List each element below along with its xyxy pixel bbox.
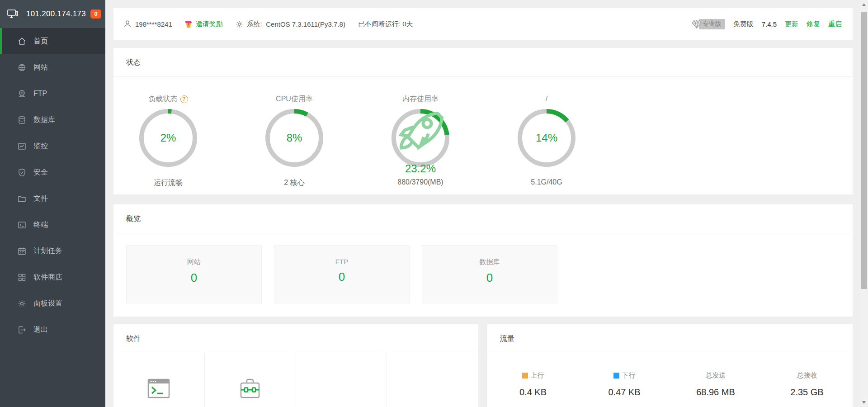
gauge-value: 23.2% <box>405 162 436 175</box>
traffic-value: 2.35 GB <box>790 387 823 398</box>
traffic-total-received: 总接收 2.35 GB <box>761 371 853 398</box>
server-header[interactable]: 101.200.174.173 0 <box>0 0 105 28</box>
software-slot-terminal[interactable] <box>113 353 205 407</box>
terminal-app-icon <box>147 377 170 401</box>
cpu-donut-chart[interactable]: 8% <box>265 109 324 167</box>
sidebar-item-label: FTP <box>33 90 47 98</box>
gift-icon <box>185 20 192 28</box>
traffic-label: 总发送 <box>706 371 726 380</box>
software-slot-empty-2[interactable] <box>387 353 478 407</box>
gauge-value: 14% <box>536 132 557 144</box>
gauge-value: 8% <box>287 132 302 144</box>
sidebar-item-label: 网站 <box>33 63 48 72</box>
invite-reward[interactable]: 邀请奖励 <box>185 20 223 28</box>
traffic-value: 68.96 MB <box>696 387 735 398</box>
topbar: 198****8241 邀请奖励 系统: CentOS 7.3.1611(Py3… <box>113 8 853 40</box>
sidebar-item-ftp[interactable]: FTP <box>0 80 105 107</box>
software-panel: 软件 <box>113 324 478 407</box>
pro-edition[interactable]: 专业版 <box>692 19 725 29</box>
traffic-label: 总接收 <box>797 371 817 380</box>
system-info: 系统: CentOS 7.3.1611(Py3.7.8) <box>236 20 345 28</box>
up-legend-swatch <box>522 373 528 379</box>
sidebar-item-security[interactable]: 安全 <box>0 159 105 185</box>
down-legend-swatch <box>613 373 619 379</box>
scroll-up-arrow-icon[interactable] <box>862 3 866 6</box>
gauge-sub: 运行流畅 <box>154 178 183 188</box>
repair-button[interactable]: 修复 <box>807 20 820 28</box>
sidebar-item-label: 软件商店 <box>33 273 62 282</box>
gauge-load: 负载状态 ? 2% 运行流畅 <box>113 77 223 188</box>
sidebar-item-database[interactable]: 数据库 <box>0 107 105 133</box>
traffic-up: 上行 0.4 KB <box>487 371 579 398</box>
system-value: CentOS 7.3.1611(Py3.7.8) <box>266 20 345 28</box>
gauge-cpu: CPU使用率 8% 2 核心 <box>240 77 349 188</box>
system-gear-icon <box>236 20 243 28</box>
overview-card-website[interactable]: 网站 0 <box>126 245 262 303</box>
card-label: 网站 <box>127 258 261 266</box>
sidebar-item-label: 监控 <box>33 142 48 151</box>
monitor-chart-icon <box>17 142 26 151</box>
sidebar-item-label: 数据库 <box>33 115 55 125</box>
sidebar-item-files[interactable]: 文件 <box>0 185 105 212</box>
gear-icon <box>17 299 26 308</box>
calendar-icon <box>17 246 26 256</box>
traffic-title: 流量 <box>487 324 853 353</box>
main-content: 198****8241 邀请奖励 系统: CentOS 7.3.1611(Py3… <box>113 0 853 407</box>
card-value: 0 <box>274 270 409 284</box>
message-count-badge[interactable]: 0 <box>90 9 101 19</box>
gauge-sub: 2 核心 <box>284 178 304 188</box>
sidebar-item-appstore[interactable]: 软件商店 <box>0 264 105 290</box>
vertical-scrollbar[interactable] <box>860 0 868 407</box>
scrollbar-thumb[interactable] <box>861 12 867 289</box>
server-ip: 101.200.174.173 <box>26 9 86 19</box>
traffic-down: 下行 0.47 KB <box>579 371 670 398</box>
gauge-sub: 880/3790(MB) <box>397 178 443 186</box>
sidebar-item-cron[interactable]: 计划任务 <box>0 238 105 264</box>
traffic-panel: 流量 上行 0.4 KB 下行 0.47 KB 总发送 68.96 MB <box>487 324 853 407</box>
memory-donut-chart[interactable]: 23.2% <box>391 109 450 167</box>
invite-reward-link[interactable]: 邀请奖励 <box>196 20 223 28</box>
sidebar-item-terminal[interactable]: 终端 <box>0 212 105 238</box>
restart-button[interactable]: 重启 <box>828 20 842 28</box>
toolbox-app-icon <box>238 377 262 401</box>
monitor-phone-icon <box>7 9 18 19</box>
ftp-globe-icon <box>17 89 26 98</box>
load-donut-chart[interactable]: 2% <box>139 109 198 167</box>
gauge-label: CPU使用率 <box>276 95 313 104</box>
status-title: 状态 <box>113 48 853 77</box>
user-info[interactable]: 198****8241 <box>123 20 172 28</box>
sidebar-item-label: 终端 <box>33 220 48 230</box>
home-icon <box>17 37 26 46</box>
overview-card-database[interactable]: 数据库 0 <box>422 245 557 303</box>
user-icon <box>123 20 132 28</box>
globe-icon <box>17 63 26 72</box>
software-slot-toolbox[interactable] <box>205 353 296 407</box>
database-icon <box>17 115 26 124</box>
traffic-value: 0.4 KB <box>519 387 547 398</box>
update-button[interactable]: 更新 <box>785 20 798 28</box>
overview-card-ftp[interactable]: FTP 0 <box>274 245 410 303</box>
sidebar-item-label: 安全 <box>33 168 48 177</box>
software-slot-empty-1[interactable] <box>296 353 387 407</box>
sidebar-item-home[interactable]: 首页 <box>0 28 105 54</box>
sidebar-item-website[interactable]: 网站 <box>0 54 105 80</box>
folder-icon <box>17 194 26 203</box>
disk-donut-chart[interactable]: 14% <box>517 109 576 167</box>
shield-check-icon <box>17 168 26 177</box>
gauge-disk-root: / 14% 5.1G/40G <box>492 77 601 188</box>
software-title: 软件 <box>113 324 478 353</box>
sidebar-item-settings[interactable]: 面板设置 <box>0 290 105 317</box>
sidebar-item-monitor[interactable]: 监控 <box>0 133 105 159</box>
help-icon[interactable]: ? <box>180 95 188 103</box>
terminal-icon <box>17 220 26 229</box>
rocket-icon[interactable] <box>391 101 450 161</box>
sidebar-item-logout[interactable]: 退出 <box>0 317 105 343</box>
sidebar-item-label: 首页 <box>33 37 48 46</box>
system-label: 系统: <box>247 20 262 28</box>
uptime: 已不间断运行: 0天 <box>358 20 413 28</box>
scroll-down-arrow-icon[interactable] <box>862 401 866 404</box>
diamond-icon <box>692 20 702 28</box>
status-panel: 状态 负载状态 ? 2% 运行流畅 CPU使用率 <box>113 48 853 194</box>
card-label: 数据库 <box>422 258 557 266</box>
version-number: 7.4.5 <box>762 20 777 28</box>
